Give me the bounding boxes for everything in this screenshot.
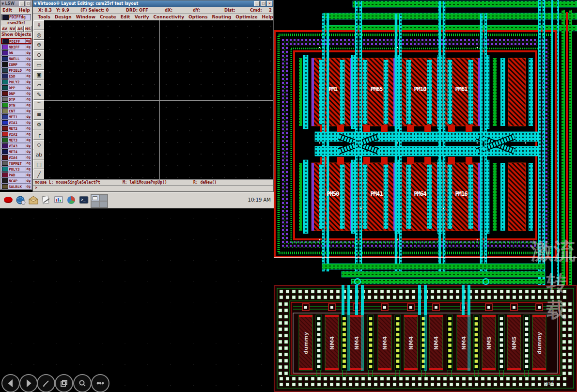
status-drd: DRD: OFF xyxy=(126,8,148,13)
redhat-menu-icon[interactable] xyxy=(2,194,15,206)
window-menu-icon[interactable]: ▼ xyxy=(1,2,4,6)
viewer-previous-button[interactable] xyxy=(1,374,20,392)
layer-row-met4[interactable]: MET4dg xyxy=(1,149,31,155)
layer-row-dnp[interactable]: DNPdg xyxy=(1,91,31,96)
lsw-menu-help[interactable]: Help xyxy=(19,8,30,13)
path-icon[interactable]: ┌ xyxy=(33,130,45,140)
minimize-icon[interactable]: _ xyxy=(254,1,260,6)
menu-options[interactable]: Options xyxy=(188,15,207,19)
layer-purpose: dg xyxy=(26,92,31,95)
layer-row-via1[interactable]: VIA1dg xyxy=(1,120,31,125)
lsw-current-layer[interactable]: PDIFF dg xyxy=(1,14,31,20)
menu-design[interactable]: Design xyxy=(55,15,72,19)
menu-edit[interactable]: Edit xyxy=(121,15,130,19)
layer-row-dtp[interactable]: DTPdg xyxy=(1,96,31,102)
hierarchy-icon[interactable]: ≡ xyxy=(33,110,45,120)
maximize-icon[interactable]: □ xyxy=(26,1,31,6)
layer-row-cnt[interactable]: CNTdg xyxy=(1,108,31,114)
lsw-menu-edit[interactable]: Edit xyxy=(2,8,12,13)
menu-window[interactable]: Window xyxy=(76,15,95,19)
zoom-in-icon[interactable]: ⊕ xyxy=(33,40,45,50)
lsw-titlebar[interactable]: ▼ LSW _ □ xyxy=(0,0,32,7)
viewer-zoom-button[interactable] xyxy=(73,374,92,392)
layer-row-met3[interactable]: MET3dg xyxy=(1,137,31,143)
layer-row-via3[interactable]: VIA3dg xyxy=(1,143,31,149)
rectangle-icon[interactable]: □ xyxy=(33,160,45,170)
layer-row-comp[interactable]: COMPdg xyxy=(1,62,31,67)
command-prompt[interactable]: > xyxy=(33,185,273,191)
menu-optimize[interactable]: Optimize xyxy=(235,15,257,19)
polygon-icon[interactable]: ◇ xyxy=(33,140,45,150)
viewer-more-button[interactable] xyxy=(91,374,109,392)
menu-help[interactable]: Help xyxy=(262,15,273,19)
menu-tools[interactable]: Tools xyxy=(38,15,50,19)
menu-connectivity[interactable]: Connectivity xyxy=(154,15,185,19)
layout-bottom-content: dummyNM4NM4NM4NM4NM4NM4NM5NM5dummygnd xyxy=(274,285,577,392)
layer-row-poly2[interactable]: POLY2dg xyxy=(1,79,31,85)
show-objects-label[interactable]: Show Objects xyxy=(0,32,32,38)
workspace-pager[interactable] xyxy=(91,194,108,208)
presentation-icon[interactable] xyxy=(52,194,65,206)
writer-icon[interactable] xyxy=(40,194,52,206)
layer-row-nwell[interactable]: NWELLdg xyxy=(1,56,31,62)
save-icon[interactable]: ⇩ xyxy=(33,20,45,30)
layer-row-met1[interactable]: MET1dg xyxy=(1,114,31,120)
layer-purpose: dg xyxy=(26,138,31,142)
copy-icon[interactable]: ▣ xyxy=(33,70,45,80)
terminal-icon[interactable]: >_ xyxy=(78,194,90,206)
layer-swatch xyxy=(2,103,8,108)
ruler-icon[interactable]: ╱ xyxy=(33,170,45,179)
web-browser-icon[interactable] xyxy=(15,194,27,206)
layer-row-pfield[interactable]: PFIELDdg xyxy=(1,67,31,73)
layer-row-via4[interactable]: VIA4dg xyxy=(1,155,31,160)
layer-row-met2[interactable]: MET2dg xyxy=(1,125,31,131)
menu-routing[interactable]: Routing xyxy=(212,15,232,19)
instance-label: PM64 xyxy=(414,190,427,197)
menu-create[interactable]: Create xyxy=(100,15,116,19)
layer-row-topmet[interactable]: TOPMETdg xyxy=(1,160,31,166)
workspace-2[interactable] xyxy=(99,195,108,201)
workspace-3[interactable] xyxy=(91,201,99,207)
stretch-icon[interactable]: ▭ xyxy=(33,60,45,70)
edit-icon[interactable]: ✎ xyxy=(33,90,45,100)
zoom-out-icon[interactable]: ⊖ xyxy=(33,50,45,60)
label-icon[interactable]: ab xyxy=(33,150,45,159)
layer-swatch xyxy=(2,109,8,113)
virtuoso-titlebar[interactable]: ▼ Virtuoso® Layout Editing: csm25rf test… xyxy=(33,0,273,7)
viewer-copy-button[interactable] xyxy=(55,374,73,392)
layer-row-dpp[interactable]: DPPdg xyxy=(1,85,31,91)
layer-row-dn[interactable]: DNdg xyxy=(1,50,31,56)
minimize-icon[interactable]: _ xyxy=(19,1,25,6)
maximize-icon[interactable]: □ xyxy=(261,1,266,6)
charts-icon[interactable] xyxy=(65,194,78,206)
select-region-icon[interactable]: ▱ xyxy=(33,80,45,90)
lsw-filter-as[interactable]: AS xyxy=(16,26,24,32)
layer-row-ndiff[interactable]: NDIFFdg xyxy=(1,44,31,50)
layer-row-ncap[interactable]: NCAPdg xyxy=(1,178,31,184)
layer-row-esd[interactable]: ESDdg xyxy=(1,73,31,79)
gnd-label: gnd xyxy=(544,380,554,386)
menu-verify[interactable]: Verify xyxy=(135,15,149,19)
email-icon[interactable] xyxy=(27,194,40,206)
properties-icon[interactable]: ⚙ xyxy=(33,120,45,130)
lsw-filter-nv[interactable]: NV xyxy=(9,26,16,32)
layer-purpose: dg xyxy=(26,179,31,183)
workspace-4[interactable] xyxy=(99,201,108,207)
window-menu-icon[interactable]: ▼ xyxy=(34,2,36,6)
close-icon[interactable]: ✕ xyxy=(267,1,272,6)
finger-label: NM4 xyxy=(408,336,414,350)
lsw-filter-av[interactable]: AV xyxy=(1,26,8,32)
layer-row-via2[interactable]: VIA2dg xyxy=(1,131,31,137)
layer-row-pdiff[interactable]: PDIFFdg xyxy=(1,38,31,44)
viewer-next-button[interactable] xyxy=(19,374,38,392)
lsw-filter-ns[interactable]: NS xyxy=(24,26,31,32)
layer-row-poly3[interactable]: POLY3dg xyxy=(1,166,31,172)
layer-row-dtn[interactable]: DTNdg xyxy=(1,102,31,108)
workspace-1[interactable] xyxy=(91,195,99,201)
layer-row-salblk[interactable]: SALBLKdg xyxy=(1,184,31,189)
layer-row-pad[interactable]: PADdg xyxy=(1,172,31,178)
viewer-edit-button[interactable] xyxy=(37,374,55,392)
rotate-icon[interactable]: ⌒ xyxy=(33,100,45,110)
fit-view-icon[interactable]: ◎ xyxy=(33,31,45,40)
layout-canvas[interactable] xyxy=(44,20,273,180)
